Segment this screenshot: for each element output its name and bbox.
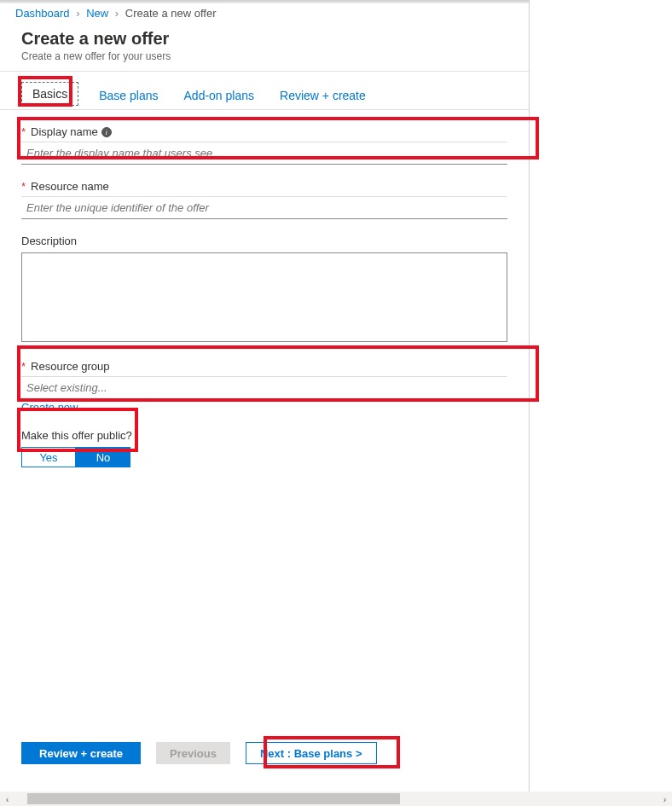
chevron-right-icon: › bbox=[112, 7, 122, 20]
horizontal-scrollbar[interactable]: ‹ › bbox=[0, 792, 672, 806]
public-toggle: Yes No bbox=[21, 447, 507, 467]
create-new-link[interactable]: Create new bbox=[21, 401, 78, 414]
field-description: Description bbox=[21, 235, 507, 345]
display-name-input[interactable] bbox=[21, 142, 507, 165]
toggle-yes[interactable]: Yes bbox=[21, 447, 76, 467]
page-subtitle: Create a new offer for your users bbox=[21, 50, 507, 62]
resource-group-select[interactable] bbox=[21, 376, 507, 399]
required-asterisk-icon: * bbox=[21, 125, 26, 138]
description-input[interactable] bbox=[21, 252, 507, 342]
tab-base-plans[interactable]: Base plans bbox=[94, 84, 163, 109]
page-title: Create a new offer bbox=[21, 29, 507, 49]
toggle-no[interactable]: No bbox=[76, 447, 130, 467]
scroll-left-icon[interactable]: ‹ bbox=[0, 792, 14, 806]
resource-group-label: Resource group bbox=[31, 360, 110, 373]
tab-addon-plans[interactable]: Add-on plans bbox=[179, 84, 260, 109]
scroll-thumb[interactable] bbox=[27, 793, 400, 804]
next-button[interactable]: Next : Base plans > bbox=[246, 742, 377, 764]
right-panel-blank bbox=[529, 0, 672, 792]
breadcrumb-new[interactable]: New bbox=[86, 7, 108, 20]
tab-review-create[interactable]: Review + create bbox=[275, 84, 371, 109]
breadcrumb-current: Create a new offer bbox=[125, 7, 217, 20]
tab-basics[interactable]: Basics bbox=[21, 82, 78, 106]
make-public-label: Make this offer public? bbox=[21, 429, 132, 442]
tab-bar: Basics Base plans Add-on plans Review + … bbox=[0, 72, 529, 110]
breadcrumb: Dashboard › New › Create a new offer bbox=[0, 3, 529, 25]
scroll-track[interactable] bbox=[14, 792, 658, 806]
display-name-label: Display name bbox=[31, 125, 98, 138]
footer-actions: Review + create Previous Next : Base pla… bbox=[0, 734, 529, 773]
scroll-right-icon[interactable]: › bbox=[658, 792, 672, 806]
field-display-name: * Display name i bbox=[21, 125, 507, 165]
resource-name-input[interactable] bbox=[21, 196, 507, 219]
info-icon[interactable]: i bbox=[101, 127, 112, 137]
resource-name-label: Resource name bbox=[31, 180, 109, 193]
breadcrumb-dashboard[interactable]: Dashboard bbox=[15, 7, 70, 20]
review-create-button[interactable]: Review + create bbox=[21, 742, 141, 764]
field-resource-name: * Resource name bbox=[21, 180, 507, 219]
chevron-right-icon: › bbox=[72, 7, 83, 20]
field-make-public: Make this offer public? Yes No bbox=[21, 429, 507, 467]
required-asterisk-icon: * bbox=[21, 360, 26, 373]
description-label: Description bbox=[21, 235, 77, 247]
page-header: Create a new offer Create a new offer fo… bbox=[0, 25, 529, 72]
field-resource-group: * Resource group Create new bbox=[21, 360, 507, 414]
required-asterisk-icon: * bbox=[21, 180, 26, 193]
previous-button: Previous bbox=[156, 742, 230, 764]
